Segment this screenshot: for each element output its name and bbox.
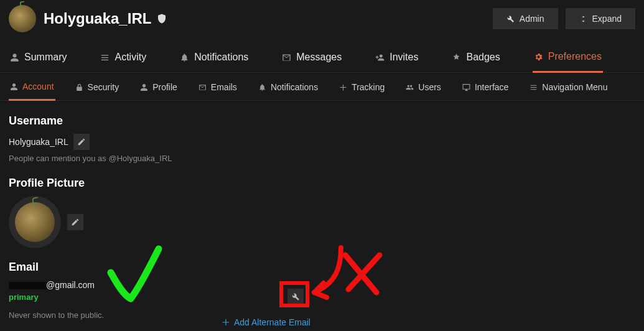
subtab-emails[interactable]: Emails [197,78,238,100]
list-icon [100,53,110,62]
subtab-users[interactable]: Users [404,78,442,100]
shield-icon [156,13,167,24]
tab-summary[interactable]: Summary [9,48,68,72]
header-username: Holyguaka_IRL [44,10,151,27]
avatar-preview [9,196,61,248]
subtab-label: Profile [152,82,177,92]
plus-icon [222,318,230,327]
tab-notifications[interactable]: Notifications [179,48,250,72]
tab-activity[interactable]: Activity [99,48,147,72]
envelope-icon [282,53,291,62]
avatar-image [15,202,55,242]
expand-icon [579,15,587,23]
subtab-tracking[interactable]: Tracking [338,78,386,100]
tab-invites[interactable]: Invites [374,48,419,72]
subtab-label: Security [88,82,119,92]
subtab-label: Tracking [352,82,385,92]
user-icon [10,53,19,62]
envelope-icon [198,83,207,91]
admin-button[interactable]: Admin [493,8,558,29]
subtab-security[interactable]: Security [74,78,121,100]
primary-email-badge: primary [9,292,635,302]
account-content: Username Holyguaka_IRL People can mentio… [0,101,644,320]
pencil-icon [77,138,86,146]
subtab-interface[interactable]: Interface [461,78,510,100]
subtab-notifications[interactable]: Notifications [257,78,319,100]
user-icon [140,83,148,91]
subtab-navigation-menu[interactable]: Navigation Menu [528,78,609,100]
tab-label: Messages [296,52,342,63]
add-alternate-email-label: Add Alternate Email [234,317,310,327]
tab-badges[interactable]: Badges [450,48,501,72]
admin-email-wrench-button[interactable] [287,289,304,305]
expand-button-label: Expand [592,14,622,24]
email-value: @gmail.com [9,280,635,290]
tab-label: Badges [466,52,500,63]
expand-button[interactable]: Expand [566,8,635,29]
user-plus-icon [375,53,385,62]
tab-preferences[interactable]: Preferences [533,47,603,73]
tab-label: Summary [24,52,67,63]
bell-icon [258,83,266,91]
subtab-label: Navigation Menu [542,82,607,92]
mention-hint: People can mention you as @Holyguaka_IRL [9,154,635,163]
subtab-account[interactable]: Account [9,78,55,101]
user-icon [10,83,18,91]
desktop-icon [462,83,470,91]
tab-label: Notifications [194,52,248,63]
edit-username-button[interactable] [73,134,90,150]
wrench-icon [506,15,515,23]
list-icon [530,83,538,91]
secondary-tabs: AccountSecurityProfileEmailsNotification… [0,73,644,101]
user-avatar [9,5,36,32]
lock-icon [75,83,83,91]
subtab-profile[interactable]: Profile [139,78,179,100]
add-alternate-email-link[interactable]: Add Alternate Email [222,317,310,327]
wrench-icon [291,292,300,301]
bell-icon [180,53,189,62]
page-header: Holyguaka_IRL Admin Expand [0,0,644,39]
admin-button-label: Admin [520,14,544,24]
username-value: Holyguaka_IRL [9,137,68,147]
subtab-label: Account [22,82,54,91]
pencil-icon [71,218,80,226]
email-redacted-part [9,282,47,289]
tab-messages[interactable]: Messages [281,48,343,72]
username-heading: Username [9,114,635,128]
users-icon [406,83,414,91]
subtab-label: Users [418,82,441,92]
tab-label: Invites [390,52,418,63]
edit-avatar-button[interactable] [67,214,83,230]
gear-icon [534,52,543,62]
tab-label: Activity [114,52,146,63]
email-visible-part: @gmail.com [46,280,95,290]
profile-picture-heading: Profile Picture [9,177,635,190]
primary-tabs: SummaryActivityNotificationsMessagesInvi… [0,39,644,73]
plus-icon [339,83,347,91]
badge-icon [452,53,461,62]
subtab-label: Notifications [271,82,318,92]
tab-label: Preferences [548,51,602,62]
subtab-label: Emails [211,82,237,92]
subtab-label: Interface [475,82,508,92]
email-heading: Email [9,261,635,274]
email-privacy-hint: Never shown to the public. [9,310,635,320]
